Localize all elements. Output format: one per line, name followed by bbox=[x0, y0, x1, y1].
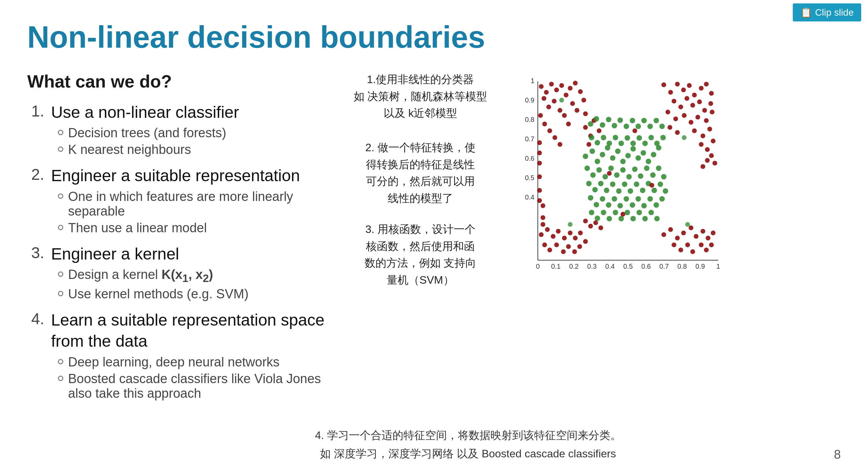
scatter-chart: 1 0.9 0.8 0.7 0.6 0.5 0.4 0 0.1 0.2 0.3 … bbox=[517, 71, 841, 409]
svg-point-188 bbox=[607, 216, 612, 221]
svg-point-65 bbox=[695, 115, 700, 120]
sub-list-3: Design a kernel K(x1, x2) Use kernel met… bbox=[51, 267, 334, 301]
svg-point-39 bbox=[552, 135, 557, 140]
svg-point-204 bbox=[630, 118, 635, 123]
svg-point-148 bbox=[608, 166, 614, 171]
sub-item-3-2: Use kernel methods (e.g. SVM) bbox=[51, 287, 334, 301]
sub-list-1: Decision trees (and forests) K nearest n… bbox=[51, 126, 334, 157]
svg-point-127 bbox=[593, 220, 598, 225]
svg-point-203 bbox=[624, 124, 629, 129]
svg-point-167 bbox=[640, 188, 645, 193]
main-item-text-2: Engineer a suitable representation bbox=[51, 165, 334, 186]
svg-point-157 bbox=[661, 174, 666, 179]
svg-point-89 bbox=[699, 242, 704, 247]
svg-text:1: 1 bbox=[531, 77, 534, 84]
svg-point-208 bbox=[654, 118, 659, 123]
list-item-4: 4. Learn a suitable representation space… bbox=[27, 310, 334, 403]
two-column-layout: What can we do? 1. Use a non-linear clas… bbox=[27, 71, 841, 409]
page-title: Non-linear decision boundaries bbox=[27, 20, 841, 54]
annotation-1: 1.使用非线性的分类器如 决策树，随机森林等模型以及 k近邻模型 bbox=[347, 71, 494, 122]
svg-point-210 bbox=[589, 135, 594, 140]
svg-point-154 bbox=[644, 166, 649, 171]
svg-point-37 bbox=[547, 128, 552, 133]
svg-point-93 bbox=[678, 248, 683, 252]
svg-point-156 bbox=[656, 166, 661, 171]
svg-point-67 bbox=[710, 110, 714, 114]
svg-point-61 bbox=[665, 110, 670, 114]
svg-point-152 bbox=[632, 167, 638, 172]
svg-point-181 bbox=[641, 203, 647, 208]
svg-text:0.9: 0.9 bbox=[695, 263, 705, 270]
svg-point-227 bbox=[559, 98, 564, 103]
svg-point-209 bbox=[659, 124, 665, 129]
svg-point-136 bbox=[620, 159, 626, 164]
svg-point-150 bbox=[620, 167, 626, 173]
svg-point-146 bbox=[596, 167, 602, 173]
svg-point-123 bbox=[597, 128, 601, 133]
bullet-icon bbox=[58, 193, 63, 199]
annotation-1-text: 1.使用非线性的分类器如 决策树，随机森林等模型以及 k近邻模型 bbox=[347, 71, 494, 122]
bullet-icon bbox=[58, 376, 63, 381]
svg-point-171 bbox=[663, 188, 668, 194]
main-item-text-4: Learn a suitable representation space fr… bbox=[51, 310, 334, 352]
svg-point-56 bbox=[685, 96, 689, 101]
list-content-4: Learn a suitable representation space fr… bbox=[51, 310, 334, 403]
svg-point-23 bbox=[542, 96, 546, 101]
svg-point-22 bbox=[549, 82, 554, 86]
svg-point-53 bbox=[709, 91, 714, 96]
svg-point-62 bbox=[673, 116, 678, 121]
svg-point-213 bbox=[607, 141, 612, 146]
svg-text:0.8: 0.8 bbox=[525, 116, 534, 123]
sub-item-4-2: Boosted cascade classifiers like Viola J… bbox=[51, 372, 334, 401]
svg-point-73 bbox=[711, 139, 716, 143]
svg-point-206 bbox=[641, 118, 647, 123]
sub-item-text: K nearest neighbours bbox=[68, 142, 191, 157]
svg-point-68 bbox=[668, 125, 672, 130]
bullet-icon bbox=[58, 359, 63, 364]
svg-point-100 bbox=[562, 236, 567, 240]
svg-text:0.4: 0.4 bbox=[605, 263, 615, 270]
svg-point-163 bbox=[616, 188, 622, 194]
svg-point-221 bbox=[654, 141, 660, 146]
svg-point-214 bbox=[613, 135, 618, 140]
svg-point-42 bbox=[566, 122, 571, 126]
svg-point-46 bbox=[668, 90, 673, 95]
svg-point-114 bbox=[537, 174, 542, 179]
list-number-3: 3. bbox=[27, 243, 44, 262]
svg-point-149 bbox=[614, 172, 620, 178]
svg-point-87 bbox=[706, 236, 710, 240]
svg-text:0.3: 0.3 bbox=[587, 263, 597, 270]
svg-point-51 bbox=[699, 86, 704, 91]
svg-text:0.9: 0.9 bbox=[525, 96, 534, 104]
svg-text:0.5: 0.5 bbox=[623, 263, 633, 270]
svg-point-45 bbox=[661, 82, 666, 87]
svg-point-222 bbox=[660, 135, 666, 140]
svg-point-135 bbox=[615, 148, 621, 154]
svg-point-118 bbox=[541, 215, 545, 220]
svg-point-137 bbox=[625, 153, 631, 158]
svg-point-130 bbox=[590, 148, 595, 154]
list-content-2: Engineer a suitable representation One i… bbox=[51, 165, 334, 237]
svg-point-216 bbox=[625, 135, 630, 141]
svg-point-58 bbox=[697, 99, 702, 104]
svg-point-132 bbox=[600, 152, 605, 157]
svg-point-32 bbox=[573, 81, 578, 85]
svg-point-120 bbox=[583, 125, 588, 130]
svg-point-43 bbox=[558, 142, 562, 147]
svg-point-55 bbox=[678, 105, 683, 109]
sub-item-4-1: Deep learning, deep neural networks bbox=[51, 355, 334, 369]
svg-point-31 bbox=[558, 108, 562, 113]
svg-point-104 bbox=[542, 242, 547, 247]
svg-point-103 bbox=[578, 231, 583, 235]
svg-point-108 bbox=[566, 244, 571, 249]
svg-point-211 bbox=[595, 140, 600, 145]
svg-point-194 bbox=[642, 216, 648, 221]
svg-point-229 bbox=[568, 222, 573, 227]
sub-item-3-1: Design a kernel K(x1, x2) bbox=[51, 267, 334, 285]
svg-point-178 bbox=[624, 196, 629, 202]
svg-point-38 bbox=[575, 108, 579, 113]
sub-item-text: Boosted cascade classifiers like Viola J… bbox=[68, 372, 334, 401]
svg-point-78 bbox=[705, 158, 710, 163]
svg-point-160 bbox=[598, 181, 604, 186]
svg-point-138 bbox=[630, 146, 636, 152]
